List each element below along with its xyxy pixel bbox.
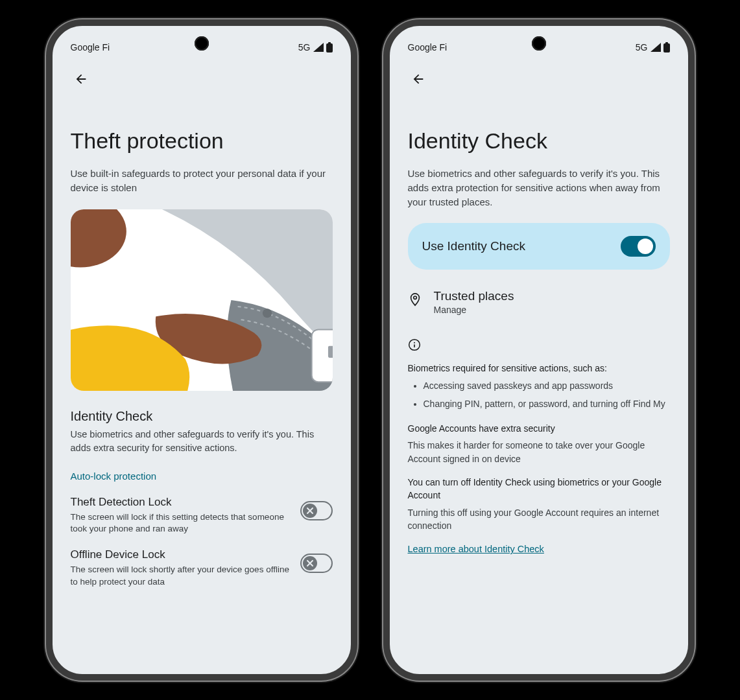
accounts-heading: Google Accounts have extra security [408,422,670,435]
offline-device-lock-row[interactable]: Offline Device Lock The screen will lock… [71,548,333,589]
svg-rect-0 [326,43,333,52]
offline-lock-toggle[interactable] [300,554,333,573]
list-item: Accessing saved passkeys and app passwor… [424,379,670,392]
identity-check-body: Use biometrics and other safeguards to v… [71,428,333,455]
use-identity-check-label: Use Identity Check [422,239,525,253]
svg-point-4 [262,309,271,318]
theft-detection-desc: The screen will lock if this setting det… [71,511,291,536]
trusted-places-sub: Manage [434,305,514,315]
auto-lock-category-label: Auto-lock protection [71,471,333,482]
toggle-knob-off-icon [303,504,317,518]
use-identity-check-card[interactable]: Use Identity Check [408,223,670,270]
trusted-places-item[interactable]: Trusted places Manage [408,289,670,315]
back-button[interactable] [405,66,431,92]
svg-point-11 [414,342,415,344]
biometrics-heading: Biometrics required for sensitive action… [408,362,670,375]
biometrics-list: Accessing saved passkeys and app passwor… [408,379,670,411]
location-pin-icon [408,292,422,309]
identity-check-section[interactable]: Identity Check Use biometrics and other … [71,409,333,455]
arrow-back-icon [74,72,88,86]
svg-rect-9 [665,42,668,44]
turnoff-body: Turning this off using your Google Accou… [408,506,670,533]
page-title: Theft protection [71,128,333,154]
svg-rect-12 [414,344,415,347]
info-icon [408,338,670,354]
network-label: 5G [298,42,311,52]
carrier-label: Google Fi [408,42,448,52]
signal-icon [313,43,324,52]
list-item: Changing PIN, pattern, or password, and … [424,397,670,410]
use-identity-check-toggle[interactable] [621,236,656,257]
back-button[interactable] [68,66,94,92]
turnoff-heading: You can turn off Identity Check using bi… [408,476,670,502]
theft-detection-title: Theft Detection Lock [71,496,291,509]
signal-icon [650,43,661,52]
phone-mockup-identity-check: Google Fi 5G Identity Check Use biometri… [383,19,695,681]
theft-illustration [71,209,333,391]
camera-cutout [532,36,546,51]
theft-detection-toggle[interactable] [300,501,333,520]
identity-check-heading: Identity Check [71,409,333,424]
network-label: 5G [636,42,648,52]
toggle-knob-off-icon [303,556,317,570]
battery-icon [326,42,333,52]
camera-cutout [195,36,209,51]
phone-mockup-theft-protection: Google Fi 5G Theft protection Use built-… [46,19,357,681]
offline-lock-desc: The screen will lock shortly after your … [71,564,291,589]
battery-icon [663,42,670,52]
learn-more-link[interactable]: Learn more about Identity Check [408,544,544,554]
svg-rect-1 [328,42,331,44]
arrow-back-icon [411,72,425,86]
carrier-label: Google Fi [71,42,110,52]
page-subtitle: Use built-in safeguards to protect your … [71,167,333,195]
page-title: Identity Check [408,128,670,154]
svg-rect-6 [328,345,332,357]
trusted-places-title: Trusted places [434,289,514,303]
toggle-knob-on [638,239,653,254]
page-subtitle: Use biometrics and other safeguards to v… [408,167,670,209]
theft-detection-lock-row[interactable]: Theft Detection Lock The screen will loc… [71,496,333,536]
accounts-body: This makes it harder for someone to take… [408,439,670,465]
offline-lock-title: Offline Device Lock [71,548,291,561]
svg-rect-8 [663,43,670,52]
